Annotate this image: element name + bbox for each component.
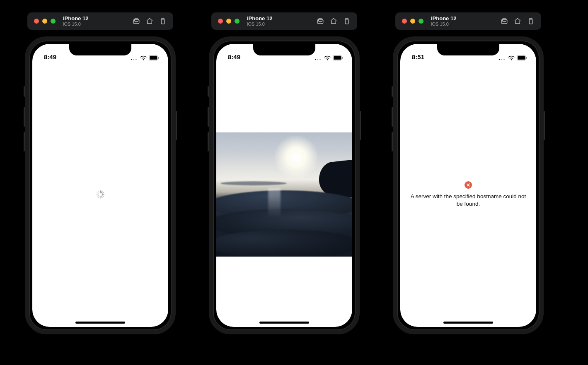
- wifi-icon: [508, 55, 515, 60]
- svg-rect-8: [150, 56, 157, 60]
- zoom-window-button[interactable]: [51, 19, 56, 24]
- device-name: iPhone 12: [247, 16, 272, 22]
- battery-icon: [149, 55, 159, 60]
- svg-rect-9: [158, 57, 159, 59]
- wifi-icon: [140, 55, 147, 60]
- simulator-titlebar[interactable]: iPhone 12 iOS 15.0: [27, 12, 173, 30]
- screenshot-icon[interactable]: [501, 17, 508, 25]
- loading-spinner-icon: [96, 190, 104, 199]
- notch: [437, 44, 499, 55]
- svg-point-23: [499, 59, 500, 60]
- home-indicator[interactable]: [443, 322, 493, 324]
- phone-frame: 8:49: [25, 36, 176, 334]
- os-version: iOS 15.0: [63, 22, 88, 26]
- volume-down-button[interactable]: [208, 132, 209, 151]
- app-content-loading: [32, 62, 168, 327]
- os-version: iOS 15.0: [247, 22, 272, 26]
- phone-screen[interactable]: 8:49: [32, 44, 168, 327]
- status-time: 8:49: [44, 53, 56, 60]
- notch: [253, 44, 315, 55]
- svg-rect-29: [526, 57, 527, 59]
- wifi-icon: [324, 55, 331, 60]
- volume-down-button[interactable]: [392, 132, 393, 151]
- phone-screen[interactable]: 8:49: [216, 44, 352, 327]
- home-icon[interactable]: [146, 17, 153, 25]
- device-name: iPhone 12: [63, 16, 88, 22]
- close-window-button[interactable]: [218, 19, 223, 24]
- loaded-image: [216, 132, 352, 257]
- volume-up-button[interactable]: [24, 107, 25, 127]
- svg-point-24: [501, 59, 502, 60]
- simulator-titlebar[interactable]: iPhone 12 iOS 15.0: [395, 12, 541, 30]
- phone-frame: 8:51: [393, 36, 544, 334]
- svg-point-3: [131, 59, 132, 60]
- status-time: 8:51: [412, 53, 424, 60]
- svg-point-13: [315, 59, 316, 60]
- svg-point-14: [317, 59, 318, 60]
- minimize-window-button[interactable]: [42, 19, 47, 24]
- svg-rect-11: [319, 19, 322, 22]
- power-button[interactable]: [360, 111, 361, 140]
- svg-rect-19: [342, 57, 343, 59]
- simulator-3: iPhone 12 iOS 15.0: [393, 12, 544, 334]
- svg-point-25: [503, 59, 503, 60]
- simulator-gallery: iPhone 12 iOS 15.0: [0, 0, 588, 347]
- home-indicator[interactable]: [259, 322, 309, 324]
- app-content-image: [216, 62, 352, 327]
- window-traffic-lights: [218, 19, 240, 24]
- svg-rect-21: [503, 19, 506, 22]
- rotate-icon[interactable]: [159, 17, 167, 25]
- battery-icon: [517, 55, 527, 60]
- svg-point-16: [320, 59, 321, 60]
- window-traffic-lights: [34, 19, 56, 24]
- simulator-2: iPhone 12 iOS 15.0: [209, 12, 360, 334]
- svg-rect-2: [161, 19, 165, 24]
- mute-switch[interactable]: [208, 86, 209, 97]
- home-indicator[interactable]: [75, 322, 125, 324]
- error-x-icon: [465, 181, 472, 189]
- svg-rect-18: [334, 56, 341, 60]
- volume-down-button[interactable]: [24, 132, 25, 151]
- power-button[interactable]: [176, 111, 177, 140]
- rotate-icon[interactable]: [527, 17, 535, 25]
- simulator-titlebar[interactable]: iPhone 12 iOS 15.0: [211, 12, 357, 30]
- home-icon[interactable]: [514, 17, 521, 25]
- volume-up-button[interactable]: [208, 107, 209, 127]
- svg-rect-1: [135, 19, 138, 22]
- screenshot-icon[interactable]: [317, 17, 324, 25]
- error-message: A server with the specified hostname cou…: [400, 193, 536, 208]
- close-window-button[interactable]: [402, 19, 407, 24]
- phone-screen[interactable]: 8:51: [400, 44, 536, 327]
- cellular-icon: [315, 56, 322, 60]
- zoom-window-button[interactable]: [235, 19, 240, 24]
- svg-rect-28: [518, 56, 525, 60]
- svg-point-5: [135, 59, 136, 60]
- window-traffic-lights: [402, 19, 423, 24]
- status-time: 8:49: [228, 53, 240, 60]
- simulator-1: iPhone 12 iOS 15.0: [25, 12, 176, 334]
- cellular-icon: [131, 56, 138, 60]
- minimize-window-button[interactable]: [226, 19, 231, 24]
- notch: [69, 44, 131, 55]
- phone-frame: 8:49: [209, 36, 360, 334]
- mute-switch[interactable]: [392, 86, 393, 97]
- device-name: iPhone 12: [431, 16, 456, 22]
- svg-rect-12: [345, 19, 348, 24]
- app-content-error: A server with the specified hostname cou…: [400, 62, 536, 327]
- zoom-window-button[interactable]: [419, 19, 423, 24]
- simulator-title-text: iPhone 12 iOS 15.0: [63, 16, 88, 26]
- screenshot-icon[interactable]: [133, 17, 140, 25]
- rotate-icon[interactable]: [343, 17, 351, 25]
- simulator-title-text: iPhone 12 iOS 15.0: [247, 16, 272, 26]
- home-icon[interactable]: [330, 17, 337, 25]
- power-button[interactable]: [544, 111, 545, 140]
- close-window-button[interactable]: [34, 19, 39, 24]
- volume-up-button[interactable]: [392, 107, 393, 127]
- svg-rect-22: [529, 19, 532, 24]
- os-version: iOS 15.0: [431, 22, 456, 26]
- svg-point-15: [319, 59, 319, 60]
- battery-icon: [333, 55, 343, 60]
- cellular-icon: [499, 56, 506, 60]
- mute-switch[interactable]: [24, 86, 25, 97]
- minimize-window-button[interactable]: [410, 19, 415, 24]
